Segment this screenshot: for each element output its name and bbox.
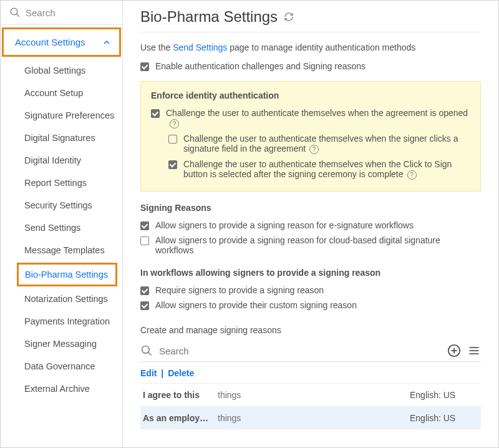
delete-button[interactable]: Delete <box>168 368 194 378</box>
reason-value: things <box>218 413 410 423</box>
sidebar-item-digital-signatures[interactable]: Digital Signatures <box>1 127 122 149</box>
enforce-title: Enforce identity authentication <box>151 90 470 100</box>
sr-opt2-checkbox[interactable] <box>140 236 149 245</box>
svg-line-1 <box>16 14 19 17</box>
reasons-toolbar <box>140 340 481 362</box>
chevron-up-icon <box>103 39 110 46</box>
sidebar-item-signer-messaging[interactable]: Signer Messaging <box>1 333 122 355</box>
help-icon[interactable]: ? <box>309 145 319 154</box>
help-icon[interactable]: ? <box>407 170 417 180</box>
enable-auth-label: Enable authentication challenges and Sig… <box>155 61 366 71</box>
page-title: Bio-Pharma Settings <box>140 8 278 26</box>
reasons-actions: Edit | Delete <box>140 362 481 383</box>
enable-auth-row: Enable authentication challenges and Sig… <box>140 59 481 74</box>
enforce-opt3-checkbox[interactable] <box>168 160 177 169</box>
menu-icon[interactable] <box>467 344 481 358</box>
enforce-opt2-label: Challenge the user to authenticate thems… <box>183 134 458 153</box>
wf-opt1-row: Require signers to provide a signing rea… <box>140 283 481 298</box>
sidebar-item-digital-identity[interactable]: Digital Identity <box>1 149 122 172</box>
sidebar-section-account-settings[interactable]: Account Settings <box>2 27 121 57</box>
edit-button[interactable]: Edit <box>140 368 157 378</box>
enforce-opt3-row: Challenge the user to authenticate thems… <box>151 157 470 182</box>
intro-text: Use the Send Settings page to manage ide… <box>140 42 481 52</box>
sr-opt2-label: Allow signers to provide a signing reaso… <box>155 235 481 255</box>
wf-opt1-label: Require signers to provide a signing rea… <box>155 285 324 295</box>
reason-lang: English: US <box>410 413 478 423</box>
reason-name: I agree to this <box>143 390 218 400</box>
reasons-search[interactable] <box>140 344 441 357</box>
enforce-opt2-checkbox[interactable] <box>168 135 177 144</box>
svg-point-2 <box>142 346 150 354</box>
sidebar-item-account-setup[interactable]: Account Setup <box>1 82 122 104</box>
page-header: Bio-Pharma Settings <box>140 8 481 32</box>
sidebar-item-send-settings[interactable]: Send Settings <box>1 217 122 239</box>
enforce-opt1-label: Challenge the user to authenticate thems… <box>166 108 468 118</box>
sidebar-item-notarization-settings[interactable]: Notarization Settings <box>1 288 122 310</box>
workflow-title: In workflows allowing signers to provide… <box>140 268 481 278</box>
sidebar-item-bio-pharma-settings[interactable]: Bio-Pharma Settings <box>17 263 117 286</box>
sidebar-item-security-settings[interactable]: Security Settings <box>1 194 122 217</box>
send-settings-link[interactable]: Send Settings <box>173 42 227 52</box>
signing-reasons-title: Signing Reasons <box>140 203 481 213</box>
main-content: Bio-Pharma Settings Use the Send Setting… <box>123 1 498 447</box>
wf-opt2-checkbox[interactable] <box>140 301 149 310</box>
search-icon <box>9 7 21 18</box>
refresh-icon[interactable] <box>284 12 294 22</box>
sidebar-item-report-settings[interactable]: Report Settings <box>1 172 122 194</box>
wf-opt2-label: Allow signers to provide their custom si… <box>155 300 357 310</box>
sidebar-item-global-settings[interactable]: Global Settings <box>1 59 122 82</box>
enforce-opt1-checkbox[interactable] <box>151 109 160 118</box>
add-reason-button[interactable] <box>447 344 461 358</box>
sr-opt1-label: Allow signers to provide a signing reaso… <box>155 220 414 230</box>
enforce-opt1-row: Challenge the user to authenticate thems… <box>151 105 470 131</box>
sidebar-search[interactable] <box>1 1 122 25</box>
reason-name: As an employ… <box>143 413 218 423</box>
search-icon <box>140 344 153 357</box>
svg-point-0 <box>11 8 17 15</box>
sidebar-item-external-archive[interactable]: External Archive <box>1 377 122 400</box>
sr-opt1-row: Allow signers to provide a signing reaso… <box>140 218 481 233</box>
reason-value: things <box>218 390 410 400</box>
sr-opt2-row: Allow signers to provide a signing reaso… <box>140 233 481 258</box>
sr-opt1-checkbox[interactable] <box>140 222 149 230</box>
enable-auth-checkbox[interactable] <box>140 62 149 71</box>
sidebar-item-data-governance[interactable]: Data Governance <box>1 355 122 377</box>
reason-lang: English: US <box>410 390 478 400</box>
svg-line-3 <box>148 353 152 356</box>
reasons-table: I agree to thisthingsEnglish: USAs an em… <box>140 383 481 429</box>
sidebar-items: Global SettingsAccount SetupSignature Pr… <box>1 59 122 400</box>
sidebar-item-message-templates[interactable]: Message Templates <box>1 239 122 261</box>
reasons-manager-title: Create and manage signing reasons <box>140 325 481 335</box>
sidebar-item-payments-integration[interactable]: Payments Integration <box>1 310 122 333</box>
app-frame: Account Settings Global SettingsAccount … <box>0 0 499 448</box>
table-row[interactable]: I agree to thisthingsEnglish: US <box>140 383 481 406</box>
enforce-opt2-row: Challenge the user to authenticate thems… <box>151 131 470 157</box>
wf-opt1-checkbox[interactable] <box>140 286 149 295</box>
sidebar: Account Settings Global SettingsAccount … <box>1 1 123 447</box>
enforce-identity-box: Enforce identity authentication Challeng… <box>140 81 481 192</box>
wf-opt2-row: Allow signers to provide their custom si… <box>140 298 481 313</box>
sidebar-section-label: Account Settings <box>15 37 85 47</box>
sidebar-search-input[interactable] <box>26 7 114 18</box>
reasons-search-input[interactable] <box>159 346 441 356</box>
help-icon[interactable]: ? <box>170 119 179 129</box>
table-row[interactable]: As an employ…thingsEnglish: US <box>140 406 481 429</box>
sidebar-item-signature-preferences[interactable]: Signature Preferences <box>1 104 122 127</box>
